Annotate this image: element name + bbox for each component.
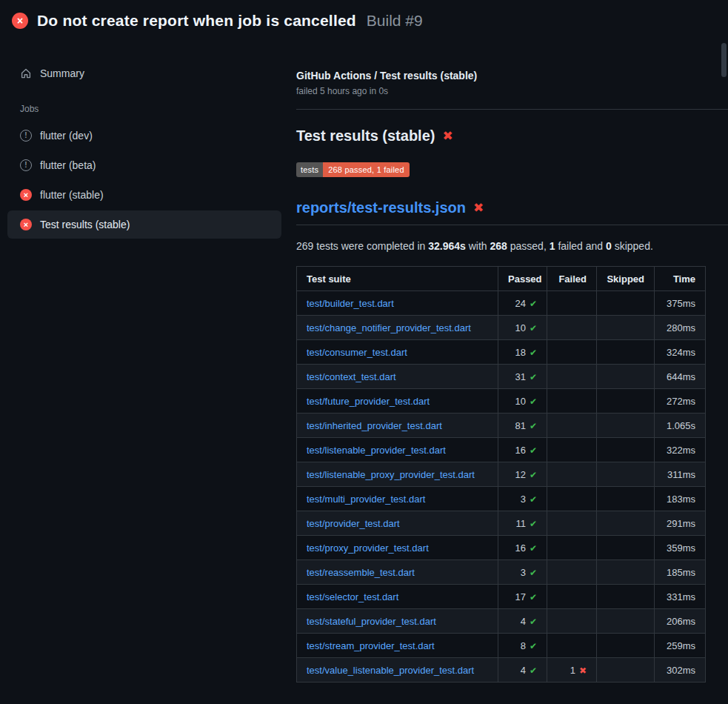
passed-count: 3 <box>521 567 526 578</box>
cross-icon: ✖ <box>579 665 587 676</box>
failed-cell <box>547 365 597 389</box>
suite-link[interactable]: test/stream_provider_test.dart <box>307 640 435 651</box>
check-icon: ✔ <box>530 348 537 358</box>
skipped-cell <box>597 340 655 365</box>
sidebar-item-test-results-stable[interactable]: ×Test results (stable) <box>7 210 281 239</box>
suite-cell: test/reassemble_test.dart <box>297 560 498 585</box>
sidebar: Summary Jobs !flutter (dev)!flutter (bet… <box>0 41 289 240</box>
suite-link[interactable]: test/listenable_proxy_provider_test.dart <box>307 469 475 480</box>
time-cell: 1.065s <box>655 414 706 438</box>
time-cell: 644ms <box>655 365 706 389</box>
time-cell: 331ms <box>655 585 706 609</box>
failed-cell <box>547 536 597 560</box>
passed-count: 11 <box>515 518 526 529</box>
summary-text: passed, <box>507 240 550 252</box>
passed-cell: 12✔ <box>498 462 547 487</box>
time-cell: 272ms <box>655 389 706 414</box>
suite-cell: test/change_notifier_provider_test.dart <box>297 316 498 340</box>
suite-link[interactable]: test/proxy_provider_test.dart <box>307 542 429 554</box>
sidebar-item-flutter-beta[interactable]: !flutter (beta) <box>7 151 281 179</box>
check-icon: ✔ <box>530 592 537 602</box>
passed-count: 8 <box>521 640 526 651</box>
suite-cell: test/listenable_proxy_provider_test.dart <box>297 462 498 487</box>
table-row: test/consumer_test.dart18✔324ms <box>297 340 706 365</box>
suite-cell: test/selector_test.dart <box>297 585 498 609</box>
suite-link[interactable]: test/listenable_provider_test.dart <box>307 445 446 456</box>
passed-count: 3 <box>521 494 526 505</box>
suite-cell: test/proxy_provider_test.dart <box>297 536 498 560</box>
check-heading: Test results (stable) ✖ <box>296 127 728 145</box>
suite-link[interactable]: test/consumer_test.dart <box>307 347 407 358</box>
home-icon <box>20 67 32 79</box>
table-row: test/listenable_proxy_provider_test.dart… <box>297 462 706 487</box>
main-panel: GitHub Actions / Test results (stable) f… <box>289 41 728 683</box>
passed-count: 16 <box>515 445 525 456</box>
time-cell: 280ms <box>655 316 706 340</box>
suite-link[interactable]: test/future_provider_test.dart <box>307 396 430 407</box>
failed-status-icon: × <box>20 189 32 201</box>
suite-link[interactable]: test/stateful_provider_test.dart <box>307 616 436 627</box>
skipped-cell <box>597 560 655 585</box>
time-cell: 311ms <box>655 462 706 487</box>
check-icon: ✔ <box>530 421 537 431</box>
passed-count: 24 <box>515 298 525 309</box>
failed-cell <box>547 414 597 438</box>
time-cell: 375ms <box>655 291 706 316</box>
suite-cell: test/listenable_provider_test.dart <box>297 438 498 462</box>
skipped-cell <box>597 536 655 560</box>
suite-cell: test/future_provider_test.dart <box>297 389 498 414</box>
report-link[interactable]: reports/test-results.json <box>296 199 466 216</box>
time-cell: 359ms <box>655 536 706 560</box>
suite-link[interactable]: test/selector_test.dart <box>307 591 398 602</box>
check-icon: ✔ <box>530 396 537 407</box>
passed-count: 81 <box>515 420 525 431</box>
suite-link[interactable]: test/value_listenable_provider_test.dart <box>307 665 474 676</box>
skipped-cell <box>597 487 655 511</box>
failed-cell <box>547 340 597 365</box>
suite-link[interactable]: test/multi_provider_test.dart <box>307 494 425 505</box>
table-row: test/context_test.dart31✔644ms <box>297 365 706 389</box>
passed-cell: 18✔ <box>498 340 547 365</box>
breadcrumb: GitHub Actions / Test results (stable) <box>296 70 728 82</box>
passed-cell: 4✔ <box>498 658 547 683</box>
failed-cell <box>547 609 597 634</box>
skipped-cell <box>597 511 655 536</box>
summary-text: with <box>466 240 490 252</box>
check-icon: ✔ <box>530 445 537 456</box>
sidebar-item-flutter-dev[interactable]: !flutter (dev) <box>7 122 281 150</box>
divider <box>296 109 728 110</box>
time-cell: 183ms <box>655 487 706 511</box>
passed-count: 10 <box>515 322 525 333</box>
time-cell: 322ms <box>655 438 706 462</box>
sidebar-item-summary[interactable]: Summary <box>7 59 281 87</box>
scrollbar-thumb[interactable] <box>721 43 727 77</box>
failed-cell <box>547 487 597 511</box>
suite-link[interactable]: test/change_notifier_provider_test.dart <box>307 322 471 333</box>
skipped-cell <box>597 585 655 609</box>
passed-cell: 16✔ <box>498 438 547 462</box>
suite-link[interactable]: test/inherited_provider_test.dart <box>307 420 442 431</box>
col-test-suite: Test suite <box>297 267 498 291</box>
table-row: test/stateful_provider_test.dart4✔206ms <box>297 609 706 634</box>
time-cell: 291ms <box>655 511 706 536</box>
table-row: test/proxy_provider_test.dart16✔359ms <box>297 536 706 560</box>
skipped-cell <box>597 609 655 634</box>
table-header-row: Test suite Passed Failed Skipped Time <box>297 267 706 291</box>
check-icon: ✔ <box>530 665 537 676</box>
suite-link[interactable]: test/provider_test.dart <box>307 518 400 529</box>
summary-passed-count: 268 <box>490 240 507 252</box>
table-row: test/reassemble_test.dart3✔185ms <box>297 560 706 585</box>
badge-message: 268 passed, 1 failed <box>323 162 409 177</box>
time-cell: 206ms <box>655 609 706 634</box>
failed-cell <box>547 560 597 585</box>
suite-link[interactable]: test/reassemble_test.dart <box>307 567 415 578</box>
suite-link[interactable]: test/context_test.dart <box>307 371 396 382</box>
check-icon: ✔ <box>530 372 537 382</box>
badge-label: tests <box>296 162 323 177</box>
summary-failed-count: 1 <box>550 240 555 252</box>
skipped-cell <box>597 438 655 462</box>
sidebar-item-flutter-stable[interactable]: ×flutter (stable) <box>7 181 281 209</box>
passed-count: 18 <box>515 347 525 358</box>
passed-cell: 24✔ <box>498 291 547 316</box>
suite-link[interactable]: test/builder_test.dart <box>307 298 394 309</box>
